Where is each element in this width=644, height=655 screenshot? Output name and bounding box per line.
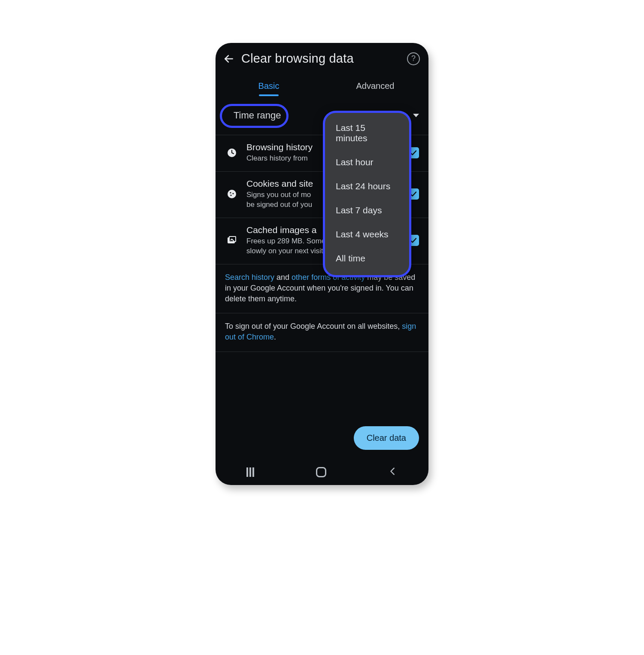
nav-recent-icon[interactable]: [246, 467, 254, 477]
time-option[interactable]: Last hour: [324, 150, 410, 174]
tab-basic[interactable]: Basic: [216, 75, 322, 96]
chevron-down-icon: [413, 114, 419, 117]
cookie-icon: [225, 189, 239, 199]
time-option[interactable]: Last 7 days: [324, 198, 410, 222]
svg-point-2: [228, 190, 236, 198]
time-option[interactable]: Last 15 minutes: [324, 116, 410, 150]
svg-rect-7: [229, 237, 236, 242]
svg-point-4: [232, 193, 234, 194]
clear-data-button[interactable]: Clear data: [354, 426, 419, 450]
clear-data-area: Clear data: [354, 426, 419, 450]
tab-advanced[interactable]: Advanced: [322, 75, 428, 96]
back-icon[interactable]: [222, 52, 235, 65]
image-icon: [225, 235, 239, 246]
time-option[interactable]: All time: [324, 246, 410, 270]
clock-icon: [225, 148, 239, 158]
svg-point-3: [230, 192, 231, 194]
nav-home-icon[interactable]: [316, 467, 326, 477]
screenshot-frame: Clear browsing data ? Basic Advanced Tim…: [172, 26, 472, 506]
phone-screen: Clear browsing data ? Basic Advanced Tim…: [216, 43, 428, 485]
svg-point-5: [230, 195, 231, 196]
app-bar: Clear browsing data ?: [216, 43, 428, 69]
link-search-history[interactable]: Search history: [225, 273, 274, 282]
info-sign-out: To sign out of your Google Account on al…: [216, 313, 428, 352]
tabs: Basic Advanced: [216, 75, 428, 96]
android-nav-bar: [216, 459, 428, 485]
time-range-label: Time range: [225, 107, 289, 124]
time-range-dropdown[interactable]: Last 15 minutes Last hour Last 24 hours …: [324, 112, 410, 276]
nav-back-icon[interactable]: [388, 467, 398, 478]
page-title: Clear browsing data: [241, 52, 401, 66]
time-option[interactable]: Last 24 hours: [324, 174, 410, 198]
time-option[interactable]: Last 4 weeks: [324, 222, 410, 246]
help-icon[interactable]: ?: [407, 52, 420, 65]
